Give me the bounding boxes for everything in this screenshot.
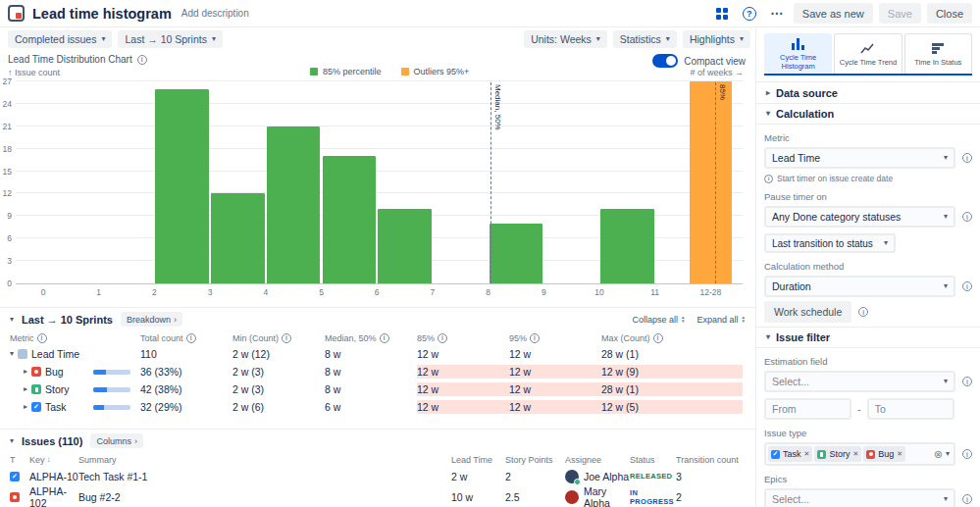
- histogram-bar[interactable]: [323, 156, 377, 283]
- stats-row[interactable]: Bug36 (33%)2 w (3)8 w12 w12 w12 w (9): [0, 363, 755, 380]
- chevron-down-icon: [101, 35, 105, 43]
- info-icon[interactable]: [380, 333, 389, 343]
- info-icon[interactable]: [653, 333, 663, 343]
- info-icon[interactable]: [438, 333, 447, 343]
- issue-row[interactable]: ALPHA-102Bug #2-210 w2.5Mary AlphaIN PRO…: [0, 485, 755, 504]
- issues-column-header[interactable]: Lead Time: [451, 455, 505, 465]
- collapse-icon: [681, 316, 685, 323]
- histogram-bar[interactable]: [211, 193, 265, 283]
- sort-descending-icon: ↓: [47, 455, 51, 464]
- section-data-source[interactable]: Data source: [756, 81, 980, 103]
- issue-row[interactable]: ALPHA-10Tech Task #1-12 w2Joe AlphaRELEA…: [0, 467, 755, 485]
- legend-swatch: [310, 68, 318, 76]
- issues-column-header[interactable]: Status: [630, 455, 676, 465]
- stats-value: 12 w: [417, 401, 438, 413]
- stats-row[interactable]: Task32 (29%)2 w (6)6 w12 w12 w12 w (5): [0, 398, 755, 416]
- highlights-dropdown[interactable]: Highlights: [683, 30, 750, 48]
- info-icon[interactable]: [962, 377, 972, 386]
- lead-time-value: 10 w: [451, 491, 473, 503]
- stats-column-header: Total count: [140, 333, 232, 343]
- collapse-section-icon[interactable]: [10, 437, 14, 445]
- issue-scope-dropdown[interactable]: Completed issues: [8, 30, 112, 48]
- issues-column-header[interactable]: Assignee: [565, 455, 630, 465]
- estimation-from-input[interactable]: [764, 398, 851, 420]
- apps-grid-icon[interactable]: [711, 4, 733, 24]
- stats-row[interactable]: Lead Time1102 w (12)8 w12 w12 w28 w (1): [0, 345, 755, 363]
- histogram-bar[interactable]: [267, 127, 321, 283]
- chevron-down-icon: [884, 239, 888, 247]
- info-icon[interactable]: [530, 333, 540, 343]
- sprint-filter-dropdown[interactable]: Last → 10 Sprints: [118, 30, 222, 48]
- help-icon[interactable]: [739, 4, 760, 24]
- issue-key-cell[interactable]: ALPHA-102: [29, 485, 78, 507]
- expand-chevron[interactable]: [24, 403, 27, 411]
- info-icon[interactable]: [962, 153, 972, 163]
- section-calculation[interactable]: Calculation: [756, 103, 980, 125]
- info-icon[interactable]: [37, 333, 47, 343]
- breakdown-bar-fill: [93, 405, 104, 410]
- histogram-bar[interactable]: [378, 209, 432, 283]
- remove-tag-icon[interactable]: [852, 450, 858, 458]
- stats-value: 8 w: [325, 366, 340, 378]
- info-icon[interactable]: [186, 333, 196, 343]
- stats-value: 42 (38%): [140, 383, 182, 395]
- close-button[interactable]: Close: [927, 3, 972, 24]
- column-label: 95%: [509, 333, 527, 343]
- expand-chevron[interactable]: [10, 350, 14, 358]
- tab-cycle-time-histogram[interactable]: Cycle Time Histogram: [764, 33, 832, 74]
- collapse-all-button[interactable]: Collapse all: [633, 315, 686, 325]
- chevron-down-icon: [740, 35, 744, 43]
- more-menu-icon[interactable]: [766, 4, 788, 24]
- collapse-section-icon[interactable]: [10, 316, 14, 324]
- histogram-bar[interactable]: [690, 81, 732, 283]
- issues-column-header[interactable]: Key↓: [29, 455, 78, 465]
- info-icon[interactable]: [962, 494, 972, 504]
- issue-type-tag[interactable]: Story: [814, 446, 861, 462]
- transition-select[interactable]: Last transition to status: [764, 233, 896, 253]
- calculation-method-select[interactable]: Duration: [764, 276, 955, 297]
- histogram-bar[interactable]: [600, 209, 654, 283]
- tab-label: Cycle Time Trend: [840, 58, 897, 67]
- add-description-link[interactable]: Add description: [181, 8, 249, 19]
- metric-name: Task: [45, 401, 67, 413]
- stats-row[interactable]: Story42 (38%)2 w (3)8 w12 w12 w28 w (1): [0, 380, 755, 398]
- epics-select[interactable]: Select...: [764, 488, 955, 507]
- expand-chevron[interactable]: [24, 368, 27, 376]
- tab-time-in-status[interactable]: Time In Status: [904, 33, 972, 74]
- issues-column-header[interactable]: T: [10, 455, 29, 465]
- issue-type-tag[interactable]: Task: [768, 446, 812, 462]
- estimation-to-input[interactable]: [867, 398, 954, 420]
- compact-view-toggle[interactable]: [652, 54, 678, 68]
- metric-select[interactable]: Lead Time: [764, 147, 955, 169]
- remove-tag-icon[interactable]: [897, 450, 903, 458]
- tab-cycle-time-trend[interactable]: Cycle Time Trend: [834, 33, 902, 74]
- columns-chip[interactable]: Columns: [90, 433, 143, 448]
- breakdown-chip[interactable]: Breakdown: [121, 312, 182, 327]
- work-schedule-button[interactable]: Work schedule: [764, 301, 851, 323]
- expand-chevron[interactable]: [24, 385, 27, 393]
- issue-type-multiselect[interactable]: TaskStoryBug: [764, 442, 955, 466]
- section-issue-filter[interactable]: Issue filter: [756, 327, 980, 348]
- clear-all-icon[interactable]: [934, 449, 943, 460]
- info-icon[interactable]: [858, 307, 868, 317]
- issues-column-header[interactable]: Transition count: [676, 455, 745, 465]
- pause-timer-select[interactable]: Any Done category statuses: [764, 206, 955, 228]
- expand-all-button[interactable]: Expand all: [697, 315, 747, 325]
- save-as-new-button[interactable]: Save as new: [794, 3, 873, 24]
- info-icon[interactable]: [962, 212, 972, 222]
- histogram-bar[interactable]: [490, 224, 543, 283]
- issues-column-header[interactable]: Summary: [78, 455, 451, 465]
- units-dropdown[interactable]: Units: Weeks: [524, 30, 607, 48]
- info-icon[interactable]: [137, 55, 147, 65]
- save-button[interactable]: Save: [879, 3, 921, 24]
- estimation-field-select[interactable]: Select...: [764, 371, 955, 392]
- histogram-bar[interactable]: [155, 89, 209, 283]
- remove-tag-icon[interactable]: [804, 450, 810, 458]
- issue-key-cell[interactable]: ALPHA-10: [29, 471, 78, 482]
- info-icon[interactable]: [962, 449, 972, 459]
- issues-column-header[interactable]: Story Points: [505, 455, 565, 465]
- statistics-dropdown[interactable]: Statistics: [613, 30, 677, 48]
- issue-type-tag[interactable]: Bug: [863, 446, 905, 462]
- info-icon[interactable]: [962, 281, 972, 291]
- info-icon[interactable]: [282, 333, 291, 343]
